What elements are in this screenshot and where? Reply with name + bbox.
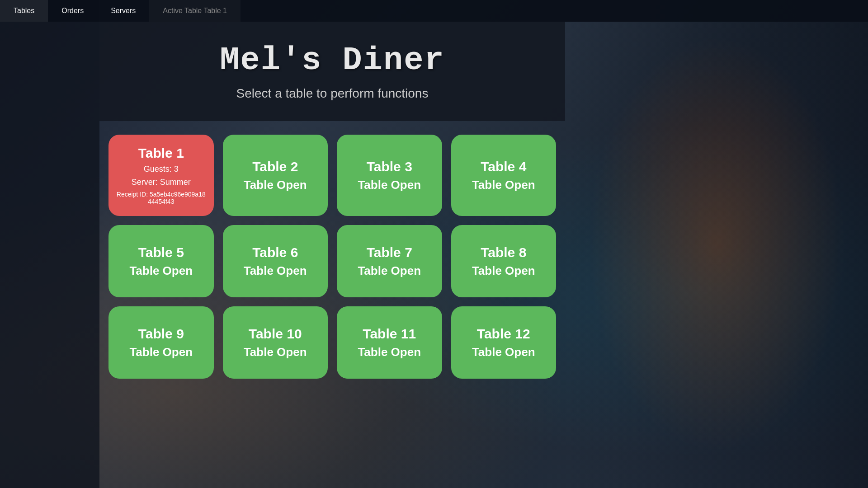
table-card-4[interactable]: Table 4 Table Open: [451, 135, 557, 216]
right-panel: [565, 0, 868, 488]
table-3-name: Table 3: [367, 159, 412, 174]
diner-title: Mel's Diner: [220, 42, 444, 79]
table-2-status: Table Open: [244, 178, 307, 192]
left-panel: [0, 0, 99, 488]
tables-grid: Table 1 Guests: 3 Server: Summer Receipt…: [99, 121, 565, 392]
table-11-name: Table 11: [363, 326, 416, 342]
table-1-guests: Guests: 3: [144, 164, 179, 174]
table-card-6[interactable]: Table 6 Table Open: [223, 225, 328, 297]
table-6-status: Table Open: [244, 264, 307, 278]
table-card-11[interactable]: Table 11 Table Open: [337, 306, 442, 379]
table-card-12[interactable]: Table 12 Table Open: [451, 306, 557, 379]
table-7-name: Table 7: [367, 245, 412, 260]
table-card-3[interactable]: Table 3 Table Open: [337, 135, 442, 216]
table-card-10[interactable]: Table 10 Table Open: [223, 306, 328, 379]
table-1-name: Table 1: [138, 145, 184, 161]
table-5-status: Table Open: [129, 264, 193, 278]
nav-tab-servers[interactable]: Servers: [97, 0, 149, 22]
table-12-status: Table Open: [472, 345, 535, 359]
table-card-5[interactable]: Table 5 Table Open: [108, 225, 214, 297]
table-card-8[interactable]: Table 8 Table Open: [451, 225, 557, 297]
table-1-receipt: Receipt ID: 5a5eb4c96e909a1844454f43: [116, 191, 207, 205]
nav-tab-active-table[interactable]: Active Table Table 1: [149, 0, 241, 22]
table-8-name: Table 8: [481, 245, 526, 260]
table-10-status: Table Open: [244, 345, 307, 359]
table-6-name: Table 6: [252, 245, 298, 260]
table-8-status: Table Open: [472, 264, 535, 278]
table-4-name: Table 4: [481, 159, 526, 174]
table-5-name: Table 5: [138, 245, 184, 260]
table-11-status: Table Open: [358, 345, 421, 359]
nav-tab-orders[interactable]: Orders: [48, 0, 97, 22]
table-4-status: Table Open: [472, 178, 535, 192]
table-9-name: Table 9: [138, 326, 184, 342]
nav-tab-tables[interactable]: Tables: [0, 0, 48, 22]
table-card-7[interactable]: Table 7 Table Open: [337, 225, 442, 297]
main-content: Mel's Diner Select a table to perform fu…: [99, 22, 565, 488]
table-2-name: Table 2: [252, 159, 298, 174]
table-3-status: Table Open: [358, 178, 421, 192]
navbar: Tables Orders Servers Active Table Table…: [0, 0, 868, 22]
table-9-status: Table Open: [129, 345, 193, 359]
header-banner: Mel's Diner Select a table to perform fu…: [99, 22, 565, 121]
table-7-status: Table Open: [358, 264, 421, 278]
table-1-server: Server: Summer: [132, 178, 191, 187]
table-card-2[interactable]: Table 2 Table Open: [223, 135, 328, 216]
table-10-name: Table 10: [249, 326, 302, 342]
table-card-9[interactable]: Table 9 Table Open: [108, 306, 214, 379]
table-card-1[interactable]: Table 1 Guests: 3 Server: Summer Receipt…: [108, 135, 214, 216]
subtitle: Select a table to perform functions: [236, 86, 429, 101]
table-12-name: Table 12: [477, 326, 530, 342]
